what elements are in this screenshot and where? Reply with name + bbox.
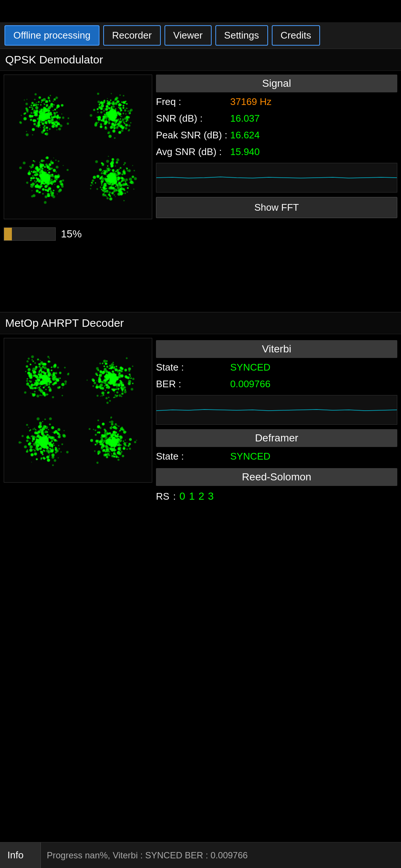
qpsk-section-title: QPSK Demodulator (0, 49, 401, 71)
metop-canvas (4, 338, 152, 482)
rs-label: RS (156, 491, 169, 502)
metop-constellation (4, 338, 152, 483)
peak-snr-label: Peak SNR (dB) : (156, 129, 230, 141)
rs-colon: : (173, 491, 176, 502)
nav-viewer[interactable]: Viewer (164, 25, 212, 46)
progress-bar-inner (4, 228, 12, 240)
signal-header: Signal (156, 75, 397, 92)
snr-label: SNR (dB) : (156, 113, 230, 124)
qpsk-canvas (4, 75, 152, 219)
rs-num-1: 1 (189, 490, 195, 502)
avg-snr-row: Avg SNR (dB) : 15.940 (156, 145, 397, 159)
snr-row: SNR (dB) : 16.037 (156, 111, 397, 126)
show-fft-button[interactable]: Show FFT (156, 197, 397, 218)
qpsk-mini-chart (156, 163, 397, 193)
freq-label: Freq : (156, 96, 230, 108)
deframer-header: Deframer (156, 429, 397, 447)
progress-bar-outer (4, 227, 56, 241)
nav-settings[interactable]: Settings (215, 25, 268, 46)
deframer-state-label: State : (156, 451, 230, 462)
section-spacer (0, 245, 401, 312)
freq-row: Freq : 37169 Hz (156, 95, 397, 109)
bottom-info-bar: Info Progress nan%, Viterbi : SYNCED BER… (0, 842, 401, 868)
ber-value: 0.009766 (230, 378, 270, 390)
progress-text: 15% (61, 228, 82, 240)
bottom-info-text: Progress nan%, Viterbi : SYNCED BER : 0.… (41, 850, 254, 861)
rs-num-2: 2 (199, 490, 205, 502)
snr-value: 16.037 (230, 113, 260, 124)
qpsk-constellation (4, 75, 152, 219)
ber-label: BER : (156, 378, 230, 390)
viterbi-header: Viterbi (156, 340, 397, 358)
nav-bar: Offline processing Recorder Viewer Setti… (0, 22, 401, 49)
deframer-state-row: State : SYNCED (156, 449, 397, 464)
rs-header: Reed-Solomon (156, 468, 397, 486)
qpsk-info-panel: Signal Freq : 37169 Hz SNR (dB) : 16.037… (156, 75, 397, 219)
viterbi-state-row: State : SYNCED (156, 360, 397, 375)
peak-snr-row: Peak SNR (dB) : 16.624 (156, 128, 397, 142)
avg-snr-value: 15.940 (230, 146, 260, 158)
viterbi-state-value: SYNCED (230, 362, 270, 373)
bottom-info-label: Info (0, 842, 41, 868)
top-spacer (0, 0, 401, 22)
rs-num-3: 3 (208, 490, 214, 502)
avg-snr-label: Avg SNR (dB) : (156, 146, 230, 158)
nav-offline-processing[interactable]: Offline processing (4, 25, 100, 46)
peak-snr-value: 16.624 (230, 129, 260, 141)
metop-info-panel: Viterbi State : SYNCED BER : 0.009766 De… (156, 338, 397, 504)
freq-value: 37169 Hz (230, 96, 271, 108)
metop-section-title: MetOp AHRPT Decoder (0, 312, 401, 334)
deframer-state-value: SYNCED (230, 451, 270, 462)
nav-recorder[interactable]: Recorder (103, 25, 161, 46)
viterbi-state-label: State : (156, 362, 230, 373)
qpsk-panel: Signal Freq : 37169 Hz SNR (dB) : 16.037… (0, 71, 401, 223)
rs-row: RS : 0 1 2 3 (156, 488, 397, 504)
ber-row: BER : 0.009766 (156, 377, 397, 391)
rs-num-0: 0 (179, 490, 185, 502)
metop-mini-chart (156, 395, 397, 425)
nav-credits[interactable]: Credits (272, 25, 320, 46)
metop-panel: Viterbi State : SYNCED BER : 0.009766 De… (0, 334, 401, 508)
progress-container: 15% (4, 226, 397, 242)
